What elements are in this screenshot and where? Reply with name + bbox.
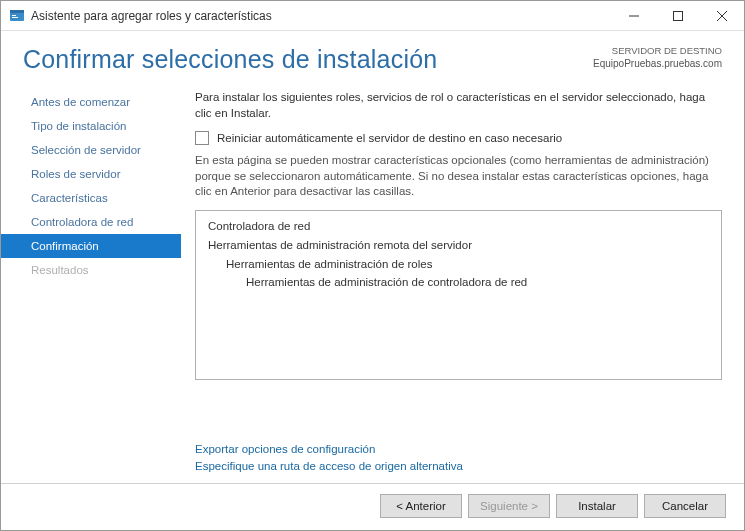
selection-tree: Controladora de red Herramientas de admi… <box>195 210 722 380</box>
export-config-link[interactable]: Exportar opciones de configuración <box>195 441 722 458</box>
window-title: Asistente para agregar roles y caracterí… <box>31 9 612 23</box>
intro-text: Para instalar los siguientes roles, serv… <box>195 90 722 121</box>
tree-item: Controladora de red <box>206 217 711 236</box>
next-button: Siguiente > <box>468 494 550 518</box>
step-results: Resultados <box>1 258 181 282</box>
svg-rect-2 <box>12 15 16 16</box>
tree-item: Herramientas de administración de roles <box>206 255 711 274</box>
step-network-controller[interactable]: Controladora de red <box>1 210 181 234</box>
page-header: Confirmar selecciones de instalación SER… <box>1 31 744 84</box>
wizard-footer: < Anterior Siguiente > Instalar Cancelar <box>1 483 744 530</box>
restart-checkbox[interactable] <box>195 131 209 145</box>
cancel-button[interactable]: Cancelar <box>644 494 726 518</box>
titlebar: Asistente para agregar roles y caracterí… <box>1 1 744 31</box>
destination-label: SERVIDOR DE DESTINO <box>593 45 722 57</box>
svg-rect-3 <box>12 17 18 18</box>
tree-item: Herramientas de administración remota de… <box>206 236 711 255</box>
restart-checkbox-label: Reiniciar automáticamente el servidor de… <box>217 132 562 144</box>
main-panel: Para instalar los siguientes roles, serv… <box>181 84 744 483</box>
step-before-begin[interactable]: Antes de comenzar <box>1 90 181 114</box>
step-server-selection[interactable]: Selección de servidor <box>1 138 181 162</box>
step-install-type[interactable]: Tipo de instalación <box>1 114 181 138</box>
wizard-body: Antes de comenzar Tipo de instalación Se… <box>1 84 744 483</box>
previous-button[interactable]: < Anterior <box>380 494 462 518</box>
action-links: Exportar opciones de configuración Espec… <box>195 431 722 476</box>
destination-value: EquipoPruebas.pruebas.com <box>593 57 722 70</box>
step-server-roles[interactable]: Roles de servidor <box>1 162 181 186</box>
destination-info: SERVIDOR DE DESTINO EquipoPruebas.prueba… <box>593 45 722 70</box>
maximize-button[interactable] <box>656 2 700 30</box>
svg-rect-5 <box>674 11 683 20</box>
install-button[interactable]: Instalar <box>556 494 638 518</box>
restart-checkbox-row[interactable]: Reiniciar automáticamente el servidor de… <box>195 131 722 145</box>
tree-item: Herramientas de administración de contro… <box>206 273 711 292</box>
step-confirmation[interactable]: Confirmación <box>1 234 181 258</box>
minimize-button[interactable] <box>612 2 656 30</box>
app-icon <box>9 8 25 24</box>
svg-rect-1 <box>10 10 24 13</box>
wizard-window: Asistente para agregar roles y caracterí… <box>0 0 745 531</box>
step-sidebar: Antes de comenzar Tipo de instalación Se… <box>1 84 181 483</box>
optional-note: En esta página se pueden mostrar caracte… <box>195 153 722 200</box>
step-features[interactable]: Características <box>1 186 181 210</box>
alt-source-path-link[interactable]: Especifique una ruta de acceso de origen… <box>195 458 722 475</box>
close-button[interactable] <box>700 2 744 30</box>
page-title: Confirmar selecciones de instalación <box>23 45 437 74</box>
